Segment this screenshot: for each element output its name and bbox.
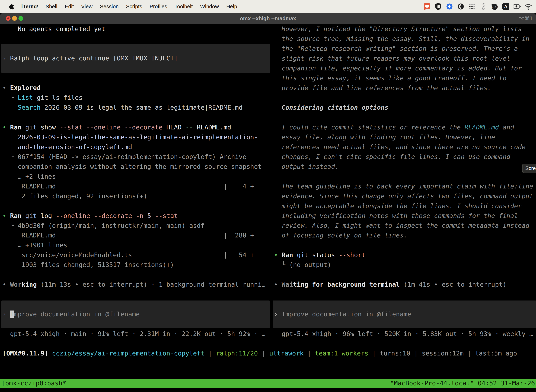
git-show-output-line: … +2 lines [2, 172, 56, 182]
menu-item-scripts[interactable]: Scripts [122, 4, 146, 9]
thinking-line: references need actual files, and since … [274, 142, 526, 152]
omx-version: [OMX#0.11.9] [2, 350, 52, 357]
omx-team: team:1 workers [315, 350, 368, 357]
thinking-line: review. Also, I might want to inspect th… [274, 221, 529, 230]
omx-branch-path: cczip/essay/ai-reimplementation-copyleft [52, 350, 205, 357]
thinking-line: output instead. [274, 162, 339, 172]
tmux-host-clock: "MacBook-Pro-44.local" 04:52 31-Mar-26 [390, 379, 535, 388]
git-log-output-line: … +1901 lines [2, 240, 67, 250]
omx-ralph-counter: ralph:11/20 [216, 350, 258, 357]
menu-item-session[interactable]: Session [96, 4, 122, 9]
thinking-line: essay file, along with finding root file… [274, 132, 495, 142]
thinking-line: However, I noticed the "Directory Struct… [274, 24, 522, 34]
explored-search-line: Search 2026-03-09-is-legal-the-same-as-l… [2, 103, 243, 112]
omx-mode: ultrawork [269, 350, 304, 357]
thinking-line: the source tree, missing the essay. Stil… [274, 34, 529, 44]
thinking-line: of focusing solely on file lines. [274, 230, 407, 240]
thinking-heading: Considering citation options [274, 103, 388, 112]
menu-item-window[interactable]: Window [196, 4, 223, 9]
ran-git-log-line: • Ran git log --oneline --decorate -n 5 … [2, 211, 178, 221]
menu-item-profiles[interactable]: Profiles [146, 4, 171, 9]
hook-icon[interactable] [479, 2, 488, 11]
git-show-stat-line: 2 files changed, 92 insertions(+) [2, 191, 147, 201]
left-session-status-line: gpt-5.4 xhigh · main · 91% left · 2.31M … [2, 329, 266, 339]
right-session-status-line: gpt-5.4 xhigh · 96% left · 520K in · 5.8… [274, 329, 533, 339]
terminal-window: omx --xhigh --madmax ⌥⌘1 └ No agents com… [0, 13, 536, 392]
git-log-stat-line: src/voice/voiceModeEnabled.ts | 54 + [2, 250, 254, 260]
tmux-status-bar: [omx-cczip0:bash*"MacBook-Pro-44.local" … [0, 379, 536, 388]
git-show-stat-line: README.md | 4 + [2, 182, 254, 191]
injected-prompt-line: › Ralph loop active continue [OMX_TMUX_I… [2, 53, 178, 63]
thinking-line: this single essay, it seems like a good … [274, 73, 507, 83]
thinking-line: provide file and line references from th… [274, 83, 491, 93]
window-shortcut-badge: ⌥⌘1 [519, 13, 533, 24]
text-cursor: I [10, 311, 14, 318]
zoom-button[interactable] [19, 16, 23, 21]
omx-last: last:5m ago [475, 350, 517, 357]
wifi-icon[interactable] [524, 2, 532, 11]
explored-header-line: • Explored [2, 83, 41, 93]
menu-item-edit[interactable]: Edit [61, 4, 77, 9]
ran-git-status-line: • Ran git status --short [274, 250, 365, 260]
thinking-line: including verification notes with those … [274, 211, 518, 221]
ran-git-show-line: • Ran git show --stat --oneline --decora… [2, 122, 231, 132]
menu-item-help[interactable]: Help [223, 4, 241, 9]
dots-grid-icon[interactable] [468, 2, 476, 11]
apple-menu-icon[interactable] [5, 3, 18, 10]
keyboard-layout-icon[interactable]: A [502, 2, 510, 11]
thinking-line: slight risk that future readers may over… [274, 54, 510, 63]
screen-recording-icon[interactable] [423, 2, 431, 11]
git-show-output-line: companion analysis without altering the … [2, 162, 262, 172]
shield-grid-icon[interactable] [434, 2, 442, 11]
thinking-line: The team guideline is to back every impo… [274, 182, 533, 191]
omx-status-bar: [OMX#0.11.9] cczip/essay/ai-reimplementa… [2, 348, 517, 358]
thinking-line: changes, I can't cite specific file line… [274, 152, 510, 162]
close-button[interactable] [6, 16, 10, 21]
menu-item-shell[interactable]: Shell [42, 4, 61, 9]
status-icons: ..61 A [423, 2, 532, 11]
right-prompt-input[interactable]: › Improve documentation in @filename [274, 309, 411, 319]
battery-badge-icon[interactable]: ..61 [490, 2, 499, 11]
battery-icon[interactable] [513, 2, 521, 11]
working-status-line: • Working (11m 13s • esc to interrupt) ·… [2, 280, 266, 289]
thinking-line: might be acceptable alongside the file l… [274, 201, 522, 211]
thinking-line: companion file, especially if more comme… [274, 63, 522, 73]
readme-link: README.md [464, 124, 499, 131]
thinking-line: the "Related research writing" section i… [274, 44, 518, 54]
svg-text:..61: ..61 [492, 5, 498, 9]
window-title: omx --xhigh --madmax [53, 13, 483, 24]
bolt-badge-icon[interactable] [445, 2, 454, 11]
menu-bar: iTerm2 Shell Edit View Session Scripts P… [0, 0, 536, 13]
explored-list-line: └ List git ls-files [2, 93, 82, 103]
agents-note-line: └ No agents completed yet [2, 24, 105, 34]
left-pane: └ No agents completed yet › Ralph loop a… [0, 24, 271, 392]
thinking-line: I could cite commit statistics or refere… [274, 122, 514, 132]
screen-tooltip: Scre [522, 164, 536, 173]
title-bar: omx --xhigh --madmax ⌥⌘1 [0, 13, 536, 24]
screen: iTerm2 Shell Edit View Session Scripts P… [0, 0, 536, 392]
thinking-line: evidence. Since this change only affects… [274, 191, 533, 201]
right-pane: However, I noticed the "Directory Struct… [271, 24, 536, 392]
omx-session: session:12m [422, 350, 464, 357]
git-show-output-line: └ 067f154 (HEAD -> essay/ai-reimplementa… [2, 152, 246, 162]
waiting-status-line: • Waiting for background terminal (1m 41… [274, 280, 507, 289]
git-show-wrap-line: │ and-the-erosion-of-copyleft.md [2, 142, 132, 152]
menu-item-iterm2[interactable]: iTerm2 [18, 4, 42, 9]
minimize-button[interactable] [12, 16, 17, 21]
git-log-output-line: └ 4b9d30f (origin/main, instructkr/main,… [2, 221, 205, 231]
menu-item-toolbelt[interactable]: Toolbelt [171, 4, 196, 9]
tmux-session-name[interactable]: [omx-cczip0:bash* [1, 379, 66, 388]
git-log-stat-line: README.md | 280 + [2, 230, 254, 240]
menu-item-view[interactable]: View [77, 4, 96, 9]
git-log-stat-line: 1903 files changed, 513517 insertions(+) [2, 260, 174, 270]
git-status-output-line: └ (no output) [274, 260, 331, 270]
git-show-wrap-line: │ 2026-03-09-is-legal-the-same-as-legiti… [2, 132, 258, 142]
left-prompt-input[interactable]: › Improve documentation in @filename [2, 309, 140, 319]
arc-app-icon[interactable] [456, 2, 465, 11]
omx-turns: turns:10 [380, 350, 410, 357]
